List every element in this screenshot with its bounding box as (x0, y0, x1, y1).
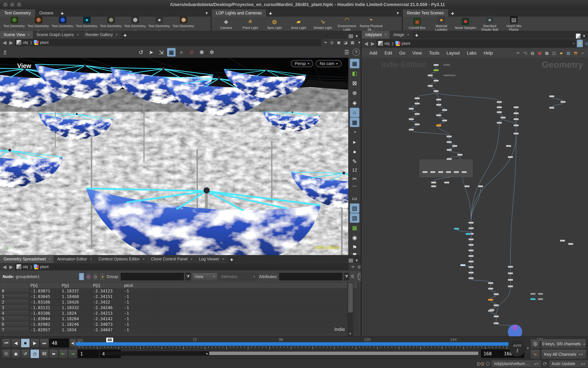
detail-mode-icon[interactable]: ◑ (100, 273, 105, 280)
shelf-tool[interactable]: ◠Environment Light (335, 16, 359, 31)
tick-display-icon[interactable]: ⅡⅡ (40, 350, 49, 358)
intrinsics-dropdown[interactable]: Intrinsics▾ (219, 273, 258, 280)
network-node[interactable] (538, 293, 543, 295)
network-node[interactable] (436, 114, 441, 116)
select-tool-icon[interactable]: ➤ (147, 48, 155, 56)
network-node[interactable] (452, 145, 457, 147)
maximize-window-icon[interactable]: + (17, 2, 21, 7)
scoped-channels-icon[interactable]: Ⓢ (531, 339, 540, 349)
network-node[interactable] (468, 255, 474, 257)
jump-end-icon[interactable]: ⏭ (40, 339, 49, 347)
network-node[interactable] (468, 249, 474, 251)
knife-icon[interactable]: ✂ (350, 174, 359, 184)
magnify-icon[interactable]: ⌕ (177, 48, 186, 56)
geometry-spreadsheet[interactable]: P[x]P[y]P[z]ptcol0-1.030711.18337-2.3412… (0, 282, 361, 336)
network-node[interactable] (433, 69, 439, 71)
search-icon[interactable]: ⌕ (580, 50, 586, 56)
network-node[interactable] (497, 101, 502, 103)
network-node[interactable] (513, 106, 519, 108)
shelf-tool[interactable]: ●Standard Shader Ball (478, 16, 502, 31)
network-node[interactable] (468, 266, 474, 268)
pane-menu-icon[interactable]: ▼ (355, 34, 359, 38)
network-node[interactable] (436, 104, 441, 106)
network-node[interactable] (415, 102, 420, 104)
network-node[interactable] (442, 120, 447, 121)
shelf-tool[interactable]: ⬢Test Geometry: … (2, 16, 27, 31)
table-row[interactable]: 5-1.030441.18204-2.34142-1 (0, 316, 357, 322)
network-node[interactable] (494, 293, 499, 295)
shelf-tab-lop-lights-and-cameras[interactable]: LOP Lights and Cameras (212, 9, 266, 17)
sculpt-icon[interactable]: ◉ (350, 233, 359, 242)
network-node[interactable] (409, 108, 414, 110)
pane-split-icon[interactable] (349, 34, 353, 38)
shelf-tool[interactable]: ⬢Test Geometry: … (123, 16, 147, 31)
table-row[interactable]: 2-1.031061.18426-2.3422-1 (0, 299, 357, 305)
sub-range-start-field[interactable]: 168 (481, 350, 504, 358)
network-node[interactable] (433, 64, 439, 66)
shelf-tab-test-geometry[interactable]: Test Geometry (0, 9, 35, 17)
bottom-tab-context-options-editor[interactable]: Context Options Editor× (95, 255, 147, 263)
shade-play-icon[interactable]: ▸ (350, 137, 359, 147)
network-node[interactable] (494, 315, 499, 317)
flag-icon[interactable]: ⚑ (350, 243, 359, 252)
shelf-tool[interactable]: ●Test Geometry: … (75, 16, 99, 31)
memory-brain-icon[interactable]: ⬡ (486, 361, 490, 366)
network-tab--stage[interactable]: /stage× (390, 31, 412, 38)
network-node[interactable] (508, 266, 513, 268)
shelf-tab-oceans[interactable]: Oceans (35, 9, 58, 17)
high-quality-light-icon[interactable]: ○ (350, 108, 359, 117)
close-tab-icon[interactable]: × (407, 33, 409, 37)
network-node[interactable] (513, 133, 519, 135)
display-options-icon[interactable]: ✲ (208, 48, 216, 56)
shelf-tool[interactable]: ✸Noise Sampler (453, 18, 478, 29)
network-node[interactable] (506, 145, 511, 147)
projection-menu[interactable]: Persp▾ (291, 60, 313, 67)
network-node[interactable] (560, 101, 566, 103)
network-node[interactable] (460, 264, 466, 266)
material-shade-icon[interactable]: ▩ (350, 118, 359, 127)
bottom-tab-animation-editor[interactable]: Animation Editor× (54, 255, 95, 263)
network-node[interactable] (549, 95, 554, 97)
bottom-tab-clone-control-panel[interactable]: Clone Control Panel× (148, 255, 195, 263)
close-tab-icon[interactable]: × (49, 257, 51, 261)
breadcrumb-node[interactable]: plant (40, 40, 48, 45)
network-node[interactable] (436, 99, 441, 101)
network-node[interactable] (447, 149, 452, 151)
pane-screenshot-icon[interactable] (576, 34, 580, 38)
menu-view[interactable]: View (410, 50, 425, 57)
help-icon[interactable]: ? (353, 49, 360, 56)
snapshot-icon[interactable]: ❋ (197, 48, 206, 56)
close-tab-icon[interactable]: × (143, 257, 145, 261)
cook-signal-icon[interactable]: ((▪)) (477, 361, 484, 366)
pane-split-icon[interactable] (349, 259, 353, 263)
back-icon[interactable]: ◀ (363, 41, 369, 46)
network-node[interactable] (468, 244, 474, 246)
network-node[interactable] (454, 171, 459, 173)
table-row[interactable]: 0-1.030711.18337-2.34123-1 (0, 288, 357, 294)
network-node[interactable] (549, 107, 554, 109)
scene-tab-scene-graph-layers[interactable]: Scene Graph Layers× (33, 31, 82, 38)
auto-key-button[interactable]: AUTO ⚷ (509, 340, 525, 357)
shelf-tool[interactable]: ⬢Test Geometry: … (171, 16, 196, 31)
breadcrumb[interactable]: obj ❯ plant ▾ (377, 39, 576, 47)
draw-icon[interactable]: ▨ (350, 203, 359, 213)
column-header[interactable]: P[z] (91, 283, 122, 288)
brush-icon[interactable]: ✎ (350, 157, 359, 166)
breadcrumb-root[interactable]: obj (23, 265, 28, 269)
column-header[interactable]: P[x] (29, 283, 60, 288)
handles-tool-icon[interactable]: ⇲ (157, 48, 166, 56)
shelf-tool[interactable]: ◆Camera (214, 18, 238, 29)
network-node[interactable] (468, 277, 474, 279)
menu-help[interactable]: Help (481, 50, 496, 57)
network-node[interactable] (415, 97, 420, 99)
network-node[interactable] (444, 182, 449, 184)
add-shelf-tab-icon[interactable]: + (58, 10, 67, 17)
network-node[interactable] (431, 182, 436, 184)
network-node[interactable] (409, 118, 414, 120)
shelf-tool[interactable]: ◍Spot Light (262, 18, 287, 29)
breadcrumb[interactable]: obj ❯ plant (15, 263, 349, 270)
network-node[interactable] (560, 240, 565, 242)
back-icon[interactable]: ◀ (2, 40, 7, 45)
column-header[interactable] (0, 283, 29, 288)
playback-range-bar[interactable] (76, 342, 508, 346)
